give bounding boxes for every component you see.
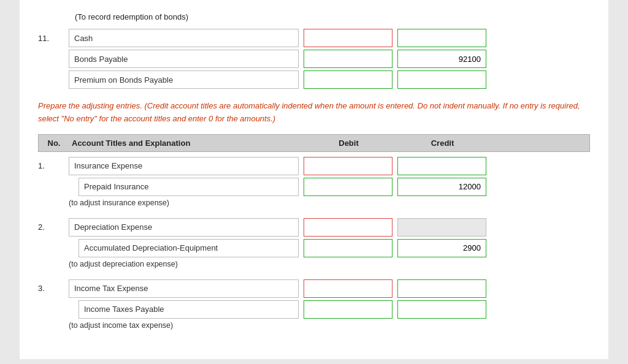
entry-11-debit-2[interactable] bbox=[304, 70, 392, 89]
entry-1-debit-1[interactable] bbox=[304, 178, 392, 196]
entry-11-debit-0[interactable] bbox=[304, 29, 392, 47]
col-credit: Credit bbox=[398, 138, 487, 148]
entry-11-row-2 bbox=[38, 70, 590, 89]
col-debit: Debit bbox=[304, 138, 393, 148]
entry-11-account-0[interactable] bbox=[69, 29, 299, 47]
entry-3-credit-1[interactable] bbox=[397, 300, 486, 319]
table-header: No. Account Titles and Explanation Debit… bbox=[38, 134, 590, 152]
entry-1-debit-0[interactable] bbox=[304, 157, 392, 175]
entry-2-credit-1[interactable] bbox=[397, 239, 486, 257]
entry-2-debit-0[interactable] bbox=[304, 218, 392, 237]
entry-1-row-1 bbox=[38, 178, 590, 196]
entry-3-debit-1[interactable] bbox=[304, 300, 392, 319]
entry-2-num: 2. bbox=[38, 222, 69, 232]
entry-1-section: 1. (to adjust insurance expense) bbox=[38, 157, 590, 207]
entry-11-account-1[interactable] bbox=[69, 50, 299, 68]
entry-3-section: 3. (to adjust income tax expense) bbox=[38, 279, 590, 330]
entry-3-num: 3. bbox=[38, 284, 69, 293]
entry-11-section: 11. bbox=[38, 29, 590, 89]
entry-2-row-0: 2. bbox=[38, 218, 590, 237]
entry-3-debit-0[interactable] bbox=[304, 279, 392, 298]
entry-2-credit-0[interactable] bbox=[397, 218, 486, 237]
entry-2-account-0[interactable] bbox=[69, 218, 299, 237]
col-no: No. bbox=[39, 138, 69, 148]
entry-11-debit-1[interactable] bbox=[304, 50, 392, 68]
entries-container: 1. (to adjust insurance expense) 2. bbox=[38, 157, 590, 330]
entry-2-section: 2. (to adjust depreciation expense) bbox=[38, 218, 590, 268]
entry-3-row-0: 3. bbox=[38, 279, 590, 298]
entry-11-credit-0[interactable] bbox=[397, 29, 486, 47]
entry-11-row-0: 11. bbox=[38, 29, 590, 47]
entry-2-account-1[interactable] bbox=[78, 239, 299, 257]
instruction-plain: Prepare the adjusting entries. bbox=[38, 101, 144, 110]
entry-1-note: (to adjust insurance expense) bbox=[38, 199, 590, 207]
instruction-block: Prepare the adjusting entries. (Credit a… bbox=[38, 100, 590, 126]
entry-3-row-1 bbox=[38, 300, 590, 319]
entry-11-row-1 bbox=[38, 50, 590, 68]
entry-2-note: (to adjust depreciation expense) bbox=[38, 260, 590, 268]
entry-1-account-1[interactable] bbox=[78, 178, 299, 196]
entry-1-credit-0[interactable] bbox=[397, 157, 486, 175]
entry-11-credit-2[interactable] bbox=[397, 70, 486, 89]
entry-3-account-0[interactable] bbox=[69, 279, 299, 298]
entry-2-row-1 bbox=[38, 239, 590, 257]
entry-11-account-2[interactable] bbox=[69, 70, 299, 89]
entry-11-credit-1[interactable] bbox=[397, 50, 486, 68]
top-note: (To record redemption of bonds) bbox=[38, 12, 590, 21]
entry-1-num: 1. bbox=[38, 161, 69, 170]
entry-3-credit-0[interactable] bbox=[397, 279, 486, 298]
entry-3-account-1[interactable] bbox=[78, 300, 299, 319]
entry-2-debit-1[interactable] bbox=[304, 239, 392, 257]
entry-1-credit-1[interactable] bbox=[397, 178, 486, 196]
entry-1-account-0[interactable] bbox=[69, 157, 299, 175]
entry-3-note: (to adjust income tax expense) bbox=[38, 321, 590, 330]
entry-1-row-0: 1. bbox=[38, 157, 590, 175]
col-account: Account Titles and Explanation bbox=[69, 138, 299, 148]
entry-11-num: 11. bbox=[38, 34, 69, 43]
